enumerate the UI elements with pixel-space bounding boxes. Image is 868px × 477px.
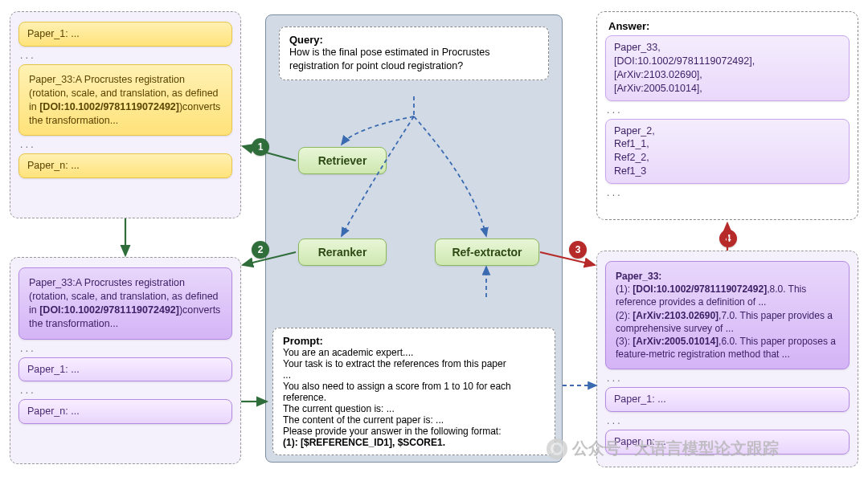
reranked-item: Paper_n: ... — [18, 399, 232, 424]
ellipsis: . . . — [607, 373, 848, 384]
retrieved-item-highlight: Paper_33:A Procrustes registration (rota… — [18, 64, 232, 137]
answer-panel: Answer: Paper_33, [DOI:10.1002/978111907… — [596, 11, 858, 220]
prompt-line: You are an academic expert.... — [283, 347, 545, 358]
answer-line: [ArXiv:2103.02690], — [614, 68, 841, 82]
prompt-line: ... — [283, 369, 545, 381]
prompt-line: The current question is: ... — [283, 403, 545, 414]
answer-block: Paper_2, Ref1_1, Ref2_2, Ref1_3 — [605, 119, 850, 185]
extracted-refs-panel: Paper_33: (1): [DOI:10.1002/978111907249… — [596, 251, 858, 467]
answer-line: Ref1_1, — [614, 137, 841, 151]
watermark-text: 公众号 · 大语言模型论文跟踪 — [572, 438, 779, 459]
wechat-icon — [547, 438, 567, 459]
prompt-format-line: (1): [$REFERENCE_ID1], $SCORE1. — [283, 437, 545, 448]
prompt-line: Your task is to extract the references f… — [283, 358, 545, 369]
ellipsis: . . . — [20, 385, 231, 396]
retrieved-panel: Paper_1: ... . . . Paper_33:A Procrustes… — [10, 11, 241, 218]
ref-line: (3): [ArXiv:2005.01014],6.0. This paper … — [616, 335, 839, 361]
center-process-panel: Query: How is the final pose estimated i… — [265, 14, 563, 463]
prompt-line: Please provide your answer in the follow… — [283, 426, 545, 437]
ellipsis: . . . — [20, 343, 231, 354]
prompt-box: Prompt: You are an academic expert.... Y… — [272, 328, 555, 455]
query-box: Query: How is the final pose estimated i… — [279, 26, 549, 80]
answer-line: Ref2_2, — [614, 151, 841, 165]
query-label: Query: — [289, 34, 538, 46]
ref-line: (1): [DOI:10.1002/9781119072492],8.0. Th… — [616, 283, 839, 308]
step-badge-3: 3 — [569, 241, 587, 259]
ellipsis: . . . — [607, 187, 848, 198]
retrieved-item: Paper_n: ... — [18, 153, 232, 178]
reranker-node: Reranker — [298, 238, 387, 266]
retriever-node: Retriever — [298, 147, 387, 174]
watermark: 公众号 · 大语言模型论文跟踪 — [547, 438, 779, 459]
answer-line: Ref1_3 — [614, 165, 841, 178]
step-badge-4: 4 — [719, 230, 737, 247]
step-badge-1: 1 — [252, 138, 269, 156]
ellipsis: . . . — [607, 415, 848, 426]
reranked-item-highlight: Paper_33:A Procrustes registration (rota… — [18, 267, 232, 340]
reranked-panel: Paper_33:A Procrustes registration (rota… — [10, 257, 241, 464]
refextractor-node: Ref-extractor — [435, 238, 539, 266]
step-badge-2: 2 — [252, 241, 269, 259]
answer-line: [DOI:10.1002/9781119072492], — [614, 55, 841, 68]
paper-extraction: Paper_33: (1): [DOI:10.1002/978111907249… — [605, 261, 850, 369]
retrieved-item: Paper_1: ... — [18, 22, 232, 47]
paper-head: Paper_33: — [616, 270, 839, 283]
answer-label: Answer: — [608, 20, 850, 32]
ellipsis: . . . — [20, 139, 231, 150]
ref-id: [DOI:10.1002/9781119072492] — [39, 304, 179, 316]
answer-line: Paper_33, — [614, 41, 841, 55]
ref-id: [DOI:10.1002/9781119072492] — [39, 101, 179, 112]
prompt-line: The content of the current paper is: ... — [283, 414, 545, 426]
reranked-item: Paper_1: ... — [18, 357, 232, 382]
paper-item: Paper_1: ... — [605, 387, 850, 412]
query-text: How is the final pose estimated in Procr… — [289, 46, 538, 73]
answer-block: Paper_33, [DOI:10.1002/9781119072492], [… — [605, 35, 850, 101]
diagram-canvas: Query: How is the final pose estimated i… — [0, 0, 868, 477]
prompt-line: You also need to assign a score from 1 t… — [283, 381, 545, 403]
answer-line: Paper_2, — [614, 124, 841, 138]
ellipsis: . . . — [20, 50, 231, 61]
ellipsis: . . . — [607, 104, 848, 116]
answer-line: [ArXiv:2005.01014], — [614, 82, 841, 96]
prompt-label: Prompt: — [283, 335, 545, 347]
ref-line: (2): [ArXiv:2103.02690],7.0. This paper … — [616, 309, 839, 335]
